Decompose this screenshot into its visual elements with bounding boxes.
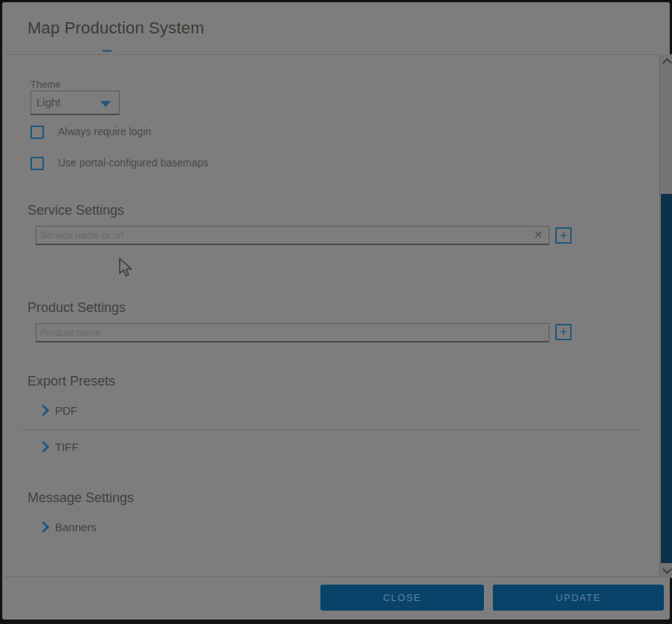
update-button[interactable]: UPDATE (493, 585, 664, 611)
scrollbar-thumb[interactable] (661, 194, 672, 563)
checkbox-portal-basemaps[interactable] (30, 157, 44, 170)
export-presets-heading: Export Presets (28, 374, 115, 389)
close-button[interactable]: CLOSE (320, 585, 484, 611)
vertical-scrollbar[interactable] (659, 54, 672, 578)
page-title: Map Production System (28, 19, 204, 38)
chevron-right-icon (38, 441, 50, 452)
chevron-right-icon (38, 404, 50, 416)
expander-label: Banners (55, 521, 97, 533)
expander-tiff[interactable]: TIFF (39, 441, 79, 453)
checkbox-label: Always require login (58, 126, 151, 137)
expander-banners[interactable]: Banners (39, 521, 97, 533)
theme-label: Theme (30, 79, 60, 90)
clear-icon[interactable]: ✕ (534, 229, 543, 241)
chevron-right-icon (38, 521, 50, 533)
theme-select[interactable]: Light (30, 91, 120, 115)
product-name-input[interactable] (36, 323, 549, 342)
caret-down-icon (100, 101, 111, 107)
clipped-content-sliver (103, 50, 112, 52)
screenshot-root: Map Production System Theme Light Always… (0, 0, 672, 624)
preset-divider (20, 429, 642, 430)
add-product-button[interactable]: + (555, 324, 572, 340)
footer-divider (4, 576, 672, 577)
mouse-cursor (119, 258, 134, 279)
message-settings-heading: Message Settings (28, 490, 134, 506)
settings-dialog: Map Production System Theme Light Always… (2, 2, 670, 620)
product-input-wrap (36, 323, 549, 342)
add-service-button[interactable]: + (555, 227, 572, 244)
expander-label: PDF (55, 404, 77, 417)
service-input-wrap: ✕ (36, 226, 549, 245)
expander-label: TIFF (55, 441, 79, 453)
scroll-up-icon[interactable] (662, 58, 672, 68)
checkbox-label: Use portal-configured basemaps (58, 157, 208, 169)
product-settings-heading: Product Settings (28, 300, 126, 316)
scroll-down-icon[interactable] (662, 565, 672, 574)
checkbox-always-require-login[interactable] (30, 126, 44, 139)
service-name-input[interactable] (36, 226, 549, 245)
theme-select-value: Light (36, 96, 61, 108)
service-settings-heading: Service Settings (28, 203, 124, 218)
expander-pdf[interactable]: PDF (39, 404, 77, 417)
titlebar-divider (4, 54, 672, 55)
